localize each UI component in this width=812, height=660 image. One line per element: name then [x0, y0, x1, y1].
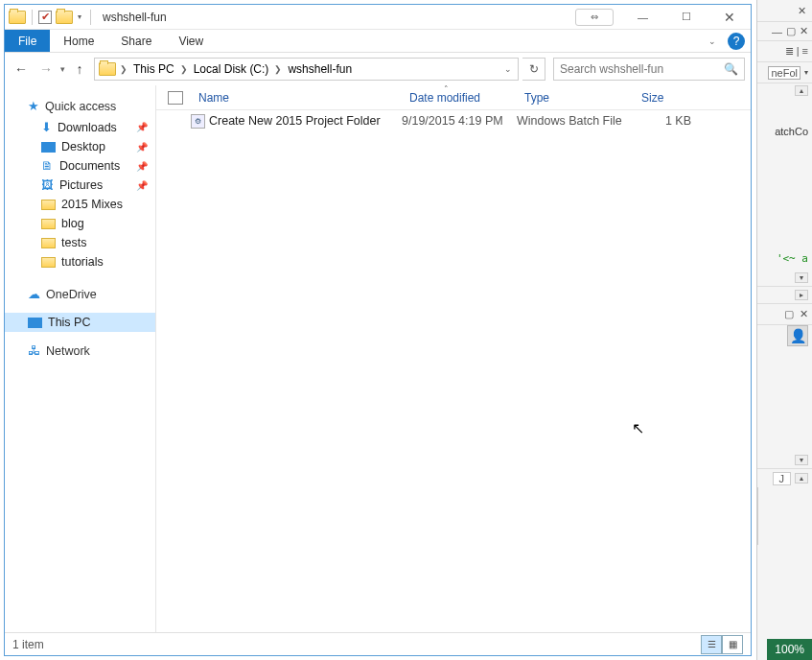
tab-share[interactable]: Share [107, 30, 165, 52]
navigation-pane: ★ Quick access ⬇ Downloads 📌 Desktop 📌 🗎… [5, 85, 156, 632]
sidebar-item-pictures[interactable]: 🖼 Pictures 📌 [5, 176, 155, 195]
address-bar[interactable]: ❯ This PC ❯ Local Disk (C:) ❯ wshshell-f… [94, 58, 519, 81]
history-dropdown-icon[interactable]: ▾ [60, 64, 65, 74]
bg-dropdown[interactable]: neFol [768, 66, 800, 80]
file-type: Windows Batch File [517, 114, 634, 128]
address-dropdown-icon[interactable]: ⌄ [499, 64, 516, 74]
bg-close-icon[interactable]: ✕ [798, 5, 806, 17]
pin-icon: 📌 [136, 122, 148, 132]
ribbon-toggle[interactable]: ⇔ [575, 9, 614, 26]
zoom-indicator[interactable]: 100% [767, 639, 812, 660]
maximize-button[interactable]: ☐ [664, 5, 708, 29]
column-name[interactable]: Name [191, 91, 402, 105]
file-name: Create New 2015 Project Folder [209, 114, 381, 128]
scroll-up-icon-2[interactable]: ▴ [795, 473, 808, 483]
titlebar: ✔ ▾ wshshell-fun ⇔ — ☐ ✕ [5, 5, 751, 30]
bg-close-icon-2[interactable]: ✕ [800, 25, 808, 37]
quick-access-label: Quick access [45, 100, 116, 113]
bg-toolbar-icons[interactable]: ≣ | ≡ [757, 40, 812, 61]
thumbnails-view-button[interactable]: ▦ [722, 635, 743, 654]
column-date[interactable]: Date modified [402, 91, 517, 105]
column-size[interactable]: Size [634, 91, 691, 105]
sort-indicator-icon: ˄ [444, 85, 449, 94]
chevron-right-icon[interactable]: ❯ [118, 64, 129, 74]
tab-file[interactable]: File [5, 30, 50, 52]
folder-icon [41, 238, 56, 248]
file-explorer-window: ✔ ▾ wshshell-fun ⇔ — ☐ ✕ File Home Share… [4, 4, 752, 656]
chevron-right-icon[interactable]: ❯ [272, 64, 284, 74]
address-folder-icon [99, 62, 116, 76]
ribbon-expand-icon[interactable]: ⌄ [703, 30, 722, 52]
background-window: ✕ — ▢ ✕ ≣ | ≡ neFol ▾ ▴ atchCo '<~ a ▾ ▸… [756, 0, 812, 660]
sidebar-item-tests[interactable]: tests [5, 233, 155, 252]
sidebar-thispc[interactable]: This PC [5, 313, 155, 332]
scroll-right-icon[interactable]: ▸ [795, 290, 808, 300]
navigation-bar: ← → ▾ ↑ ❯ This PC ❯ Local Disk (C:) ❯ ws… [5, 53, 751, 85]
sidebar-onedrive[interactable]: ☁ OneDrive [5, 283, 155, 305]
back-button[interactable]: ← [11, 59, 32, 80]
pc-icon [28, 318, 42, 328]
minimize-button[interactable]: — [621, 5, 664, 29]
batch-file-icon: ⚙ [191, 114, 205, 129]
sidebar-item-blog[interactable]: blog [5, 214, 155, 233]
sidebar-item-documents[interactable]: 🗎 Documents 📌 [5, 156, 155, 176]
qat-dropdown-icon[interactable]: ▾ [75, 12, 84, 21]
ribbon-tabs: File Home Share View ⌄ ? [5, 30, 751, 53]
pictures-icon: 🖼 [41, 178, 54, 192]
cursor-icon: ↖ [632, 419, 644, 437]
bg-restore-icon[interactable]: ▢ [786, 25, 796, 37]
scroll-down-icon[interactable]: ▾ [795, 272, 808, 283]
search-input[interactable] [560, 62, 724, 76]
status-bar: 1 item ☰ ▦ [5, 632, 751, 655]
details-view-button[interactable]: ☰ [701, 635, 722, 654]
column-header-j[interactable]: J [773, 472, 792, 485]
file-date: 9/19/2015 4:19 PM [402, 114, 517, 128]
sidebar-item-2015mixes[interactable]: 2015 Mixes [5, 195, 155, 214]
network-icon: 🖧 [28, 343, 40, 358]
window-title: wshshell-fun [99, 11, 167, 24]
crumb-folder[interactable]: wshshell-fun [284, 62, 356, 76]
chevron-right-icon[interactable]: ❯ [178, 64, 190, 74]
bg-code-fragment-2: '<~ a [777, 252, 808, 265]
star-icon: ★ [28, 99, 39, 113]
profile-icon[interactable]: 👤 [787, 325, 808, 346]
help-button[interactable]: ? [728, 33, 745, 50]
tab-view[interactable]: View [165, 30, 217, 52]
properties-icon[interactable]: ✔ [38, 11, 52, 24]
chevron-down-icon: ▾ [804, 68, 808, 77]
new-folder-icon[interactable] [56, 11, 73, 24]
search-box[interactable]: 🔍 [553, 58, 745, 81]
cloud-icon: ☁ [28, 287, 40, 301]
scroll-up-icon[interactable]: ▴ [795, 85, 808, 96]
sidebar-item-tutorials[interactable]: tutorials [5, 252, 155, 271]
file-size: 1 KB [634, 114, 691, 128]
bg-close-icon-3[interactable]: ✕ [800, 308, 808, 320]
column-type[interactable]: Type [517, 91, 634, 105]
file-row[interactable]: ⚙ Create New 2015 Project Folder 9/19/20… [156, 110, 751, 131]
search-icon[interactable]: 🔍 [724, 62, 738, 76]
folder-icon [41, 200, 56, 210]
crumb-thispc[interactable]: This PC [129, 62, 178, 76]
bg-minimize-icon[interactable]: — [772, 26, 782, 37]
select-all-checkbox[interactable] [168, 91, 183, 105]
item-count: 1 item [12, 638, 44, 651]
documents-icon: 🗎 [41, 159, 54, 173]
tab-home[interactable]: Home [50, 30, 107, 52]
folder-icon [41, 219, 56, 229]
sidebar-item-downloads[interactable]: ⬇ Downloads 📌 [5, 117, 155, 137]
bg-restore-icon-2[interactable]: ▢ [784, 308, 794, 320]
up-button[interactable]: ↑ [69, 59, 90, 80]
bg-code-fragment-1: atchCo [775, 126, 808, 137]
file-list-pane: Name ˄ Date modified Type Size ⚙ Create … [156, 85, 751, 632]
crumb-drive[interactable]: Local Disk (C:) [190, 62, 273, 76]
sidebar-quick-access[interactable]: ★ Quick access [5, 95, 155, 117]
sidebar-network[interactable]: 🖧 Network [5, 340, 155, 362]
pin-icon: 📌 [136, 161, 148, 172]
pin-icon: 📌 [136, 180, 148, 191]
scroll-down-icon-2[interactable]: ▾ [795, 455, 808, 465]
refresh-button[interactable]: ↻ [522, 58, 545, 81]
close-button[interactable]: ✕ [708, 5, 751, 29]
sidebar-item-desktop[interactable]: Desktop 📌 [5, 137, 155, 156]
folder-icon[interactable] [9, 11, 26, 24]
forward-button[interactable]: → [35, 59, 57, 80]
